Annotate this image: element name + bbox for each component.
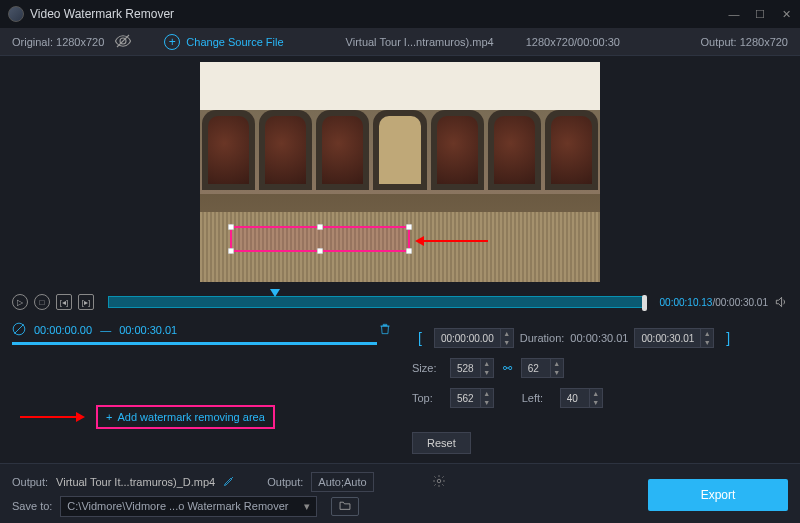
preview-canvas[interactable]	[200, 62, 600, 282]
save-to-label: Save to:	[12, 500, 52, 512]
preview-toggle-icon[interactable]	[114, 32, 132, 52]
stop-button[interactable]: □	[34, 294, 50, 310]
top-stepper[interactable]: 562▲▼	[450, 388, 494, 408]
output-resolution: Output: 1280x720	[701, 36, 788, 48]
original-resolution: Original: 1280x720	[12, 36, 104, 48]
close-button[interactable]: ✕	[780, 8, 792, 21]
change-source-button[interactable]: + Change Source File	[164, 34, 283, 50]
properties-panel: [ 00:00:00.00▲▼ Duration:00:00:30.01 00:…	[412, 322, 788, 454]
add-watermark-area-button[interactable]: + Add watermark removing area	[96, 405, 275, 429]
add-area-label: Add watermark removing area	[117, 411, 264, 423]
play-button[interactable]: ▷	[12, 294, 28, 310]
segment-sep: —	[100, 324, 111, 336]
top-label: Top:	[412, 392, 444, 404]
watermark-selection[interactable]	[230, 226, 410, 252]
duration-value: 00:00:30.01	[570, 332, 628, 344]
resize-handle[interactable]	[317, 224, 323, 230]
size-label: Size:	[412, 362, 444, 374]
timeline-playhead[interactable]	[270, 289, 280, 297]
range-start-bracket[interactable]: [	[412, 330, 428, 346]
plus-icon: +	[106, 411, 112, 423]
resize-handle[interactable]	[317, 248, 323, 254]
link-aspect-icon[interactable]: ⚯	[500, 362, 515, 375]
maximize-button[interactable]: ☐	[754, 8, 766, 21]
current-time: 00:00:10.13	[660, 297, 713, 308]
segment-bar[interactable]	[12, 342, 377, 345]
edit-output-icon[interactable]	[223, 475, 235, 489]
app-title: Video Watermark Remover	[30, 7, 174, 21]
resize-handle[interactable]	[228, 224, 234, 230]
output-format-value: Auto;Auto	[318, 476, 366, 488]
source-res-duration: 1280x720/00:00:30	[526, 36, 620, 48]
step-back-button[interactable]: [◂]	[56, 294, 72, 310]
save-path-dropdown[interactable]: C:\Vidmore\Vidmore ...o Watermark Remove…	[60, 496, 317, 517]
segment-row[interactable]: 00:00:00.00 — 00:00:30.01	[12, 322, 392, 338]
output-format-dropdown[interactable]: Auto;Auto	[311, 472, 373, 492]
segment-end: 00:00:30.01	[119, 324, 177, 336]
height-stepper[interactable]: 62▲▼	[521, 358, 564, 378]
footer: Output: Virtual Tour It...tramuros)_D.mp…	[0, 463, 800, 523]
settings-icon[interactable]	[432, 474, 446, 490]
timeline-end-handle[interactable]	[642, 295, 647, 311]
left-label: Left:	[522, 392, 554, 404]
save-path-value: C:\Vidmore\Vidmore ...o Watermark Remove…	[67, 500, 288, 512]
infobar: Original: 1280x720 + Change Source File …	[0, 28, 800, 56]
annotation-arrow	[20, 416, 82, 418]
resize-handle[interactable]	[228, 248, 234, 254]
width-stepper[interactable]: 528▲▼	[450, 358, 494, 378]
segment-icon	[12, 322, 26, 338]
timeline-slider[interactable]	[108, 296, 646, 308]
output-file-value: Virtual Tour It...tramuros)_D.mp4	[56, 476, 215, 488]
segment-start: 00:00:00.00	[34, 324, 92, 336]
time-display: 00:00:10.13/00:00:30.01	[660, 297, 768, 308]
titlebar: Video Watermark Remover — ☐ ✕	[0, 0, 800, 28]
app-logo	[8, 6, 24, 22]
minimize-button[interactable]: —	[728, 8, 740, 21]
segments-panel: 00:00:00.00 — 00:00:30.01 + Add watermar…	[12, 322, 392, 454]
svg-point-2	[437, 479, 441, 483]
export-label: Export	[701, 488, 736, 502]
end-time-stepper[interactable]: 00:00:30.01▲▼	[634, 328, 714, 348]
annotation-arrow	[418, 240, 488, 242]
output-file-label: Output:	[12, 476, 48, 488]
source-filename: Virtual Tour I...ntramuros).mp4	[346, 36, 494, 48]
plus-icon: +	[164, 34, 180, 50]
chevron-down-icon: ▾	[304, 500, 310, 513]
change-source-label: Change Source File	[186, 36, 283, 48]
total-time: /00:00:30.01	[712, 297, 768, 308]
delete-segment-icon[interactable]	[378, 322, 392, 338]
playback-bar: ▷ □ [◂] [▸] 00:00:10.13/00:00:30.01	[0, 286, 800, 318]
step-forward-button[interactable]: [▸]	[78, 294, 94, 310]
duration-label: Duration:	[520, 332, 565, 344]
resize-handle[interactable]	[406, 224, 412, 230]
export-button[interactable]: Export	[648, 479, 788, 511]
video-preview	[0, 56, 800, 286]
start-time-stepper[interactable]: 00:00:00.00▲▼	[434, 328, 514, 348]
output-format-label: Output:	[267, 476, 303, 488]
left-stepper[interactable]: 40▲▼	[560, 388, 603, 408]
svg-line-1	[14, 324, 23, 333]
volume-icon[interactable]	[774, 295, 788, 309]
reset-button[interactable]: Reset	[412, 432, 471, 454]
range-end-bracket[interactable]: ]	[720, 330, 736, 346]
resize-handle[interactable]	[406, 248, 412, 254]
open-folder-button[interactable]	[331, 497, 359, 516]
